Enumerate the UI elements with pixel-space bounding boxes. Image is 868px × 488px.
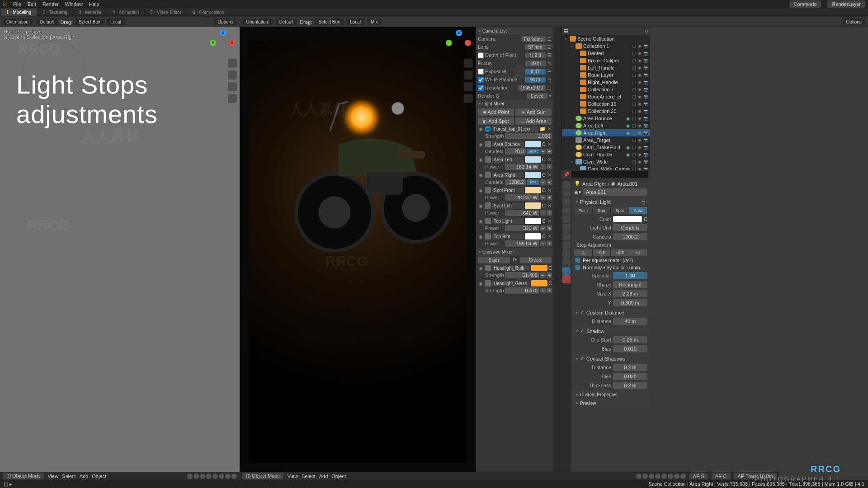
lightunit-val[interactable]: Candela: [613, 224, 647, 231]
minus-btn[interactable]: −: [540, 195, 546, 200]
restrict-select[interactable]: ▢: [631, 94, 637, 99]
outliner-mode-icon[interactable]: ☰: [564, 28, 568, 34]
restrict-select[interactable]: ▢: [631, 51, 637, 56]
restrict-select[interactable]: ▢: [631, 167, 637, 170]
footer-view-2[interactable]: View: [287, 474, 298, 479]
shading-modes-2[interactable]: [636, 474, 686, 479]
outliner-row[interactable]: Dented▢◉📷: [562, 50, 650, 57]
stop-btn[interactable]: +0.5: [611, 249, 629, 256]
restrict-render[interactable]: 📷: [643, 87, 648, 92]
ptab-render[interactable]: [562, 181, 571, 189]
minus-btn[interactable]: −: [540, 241, 546, 246]
light-name[interactable]: Area Left: [492, 157, 524, 163]
restrict-render[interactable]: 📷: [643, 138, 648, 142]
plus-btn[interactable]: +: [547, 195, 552, 200]
cs-dist-val[interactable]: 0.2 m: [613, 364, 647, 371]
viewport-rendered[interactable]: Z: [240, 27, 476, 472]
light-color[interactable]: [525, 233, 541, 239]
move-icon[interactable]: [228, 70, 237, 80]
normcolor-check[interactable]: ✓: [575, 265, 580, 270]
item-name[interactable]: Right_Handle: [588, 80, 630, 85]
bias-val[interactable]: 0.010: [613, 345, 647, 352]
restrict-select[interactable]: ▢: [631, 116, 637, 121]
workspace-tab[interactable]: 5 - Video Editor: [145, 9, 187, 16]
search-input[interactable]: [571, 171, 648, 178]
sec-preview[interactable]: Preview: [572, 399, 649, 407]
light-remove[interactable]: ✕: [547, 188, 552, 193]
cs-check[interactable]: ✓: [580, 356, 584, 361]
restrict-select[interactable]: ▢: [631, 58, 637, 63]
menu-file[interactable]: File: [13, 1, 21, 7]
workspace-tab[interactable]: 1 - Modeling: [1, 9, 37, 16]
orientation-dropdown[interactable]: Default: [36, 19, 58, 25]
restrict-viewport[interactable]: ◉: [637, 123, 642, 128]
mix-dropdown[interactable]: Mix: [367, 19, 382, 25]
restrict-viewport[interactable]: ◉: [637, 131, 642, 135]
light-prop-val[interactable]: 640 W: [505, 210, 539, 216]
menu-help[interactable]: Help: [89, 1, 99, 7]
outliner-row[interactable]: Area Right◆▢◉📷: [562, 129, 650, 136]
light-unit[interactable]: /m²: [527, 179, 539, 185]
res-check[interactable]: [478, 85, 484, 91]
light-remove[interactable]: ✕: [547, 234, 552, 239]
minus-btn[interactable]: −: [540, 164, 546, 169]
restrict-select[interactable]: ▢: [631, 87, 637, 92]
restrict-select[interactable]: ▢: [631, 73, 637, 77]
outliner-row[interactable]: Break_Caliper▢◉📷: [562, 57, 650, 64]
item-name[interactable]: Left_Handle: [588, 65, 630, 70]
outliner-row[interactable]: Collection 16▢◉📷: [562, 100, 650, 108]
distance-val[interactable]: 40 m: [613, 318, 647, 325]
item-name[interactable]: Area Bounce: [583, 116, 625, 121]
env-eye[interactable]: ◉: [477, 127, 484, 131]
restrict-select[interactable]: ▢: [631, 138, 637, 142]
env-name[interactable]: Forest_top_01.exr: [492, 126, 538, 132]
light-color[interactable]: [525, 202, 541, 209]
exposure-val[interactable]: 9.47: [525, 69, 546, 75]
hbulb-color[interactable]: [531, 265, 547, 271]
plus-btn[interactable]: +: [547, 179, 552, 185]
list-icon[interactable]: ☰: [547, 36, 552, 42]
restrict-viewport[interactable]: ◉: [637, 109, 642, 113]
item-name[interactable]: Collection 1: [583, 43, 630, 49]
item-name[interactable]: Area_Target: [583, 137, 630, 143]
nav-gizmo-2[interactable]: Z: [446, 30, 471, 55]
item-name[interactable]: Cam_BrakeFluid: [583, 145, 625, 150]
drag-dropdown[interactable]: Select Box: [75, 19, 104, 25]
move-icon-2[interactable]: [464, 70, 473, 80]
restrict-select[interactable]: ▢: [631, 80, 637, 84]
outliner-row[interactable]: ▾Cam_Wide▢◉📷: [562, 158, 650, 165]
sec-custom-props[interactable]: Custom Properties: [572, 391, 649, 399]
restrict-select[interactable]: ▢: [631, 123, 637, 128]
restrict-select[interactable]: ▢: [631, 145, 637, 150]
sizey-val[interactable]: 0.309 m: [613, 299, 647, 306]
menu-window[interactable]: Window: [65, 1, 83, 7]
restrict-render[interactable]: 📷: [643, 94, 648, 99]
workspace-tab[interactable]: 2 - Texturing: [37, 9, 73, 16]
af-c[interactable]: AF-C: [712, 473, 731, 479]
c-btn[interactable]: C: [542, 234, 546, 239]
cs-thick-val[interactable]: 0.2 m: [613, 382, 647, 389]
workspace-tab[interactable]: 3 - Material: [73, 9, 107, 16]
restrict-render[interactable]: 📷: [643, 102, 648, 106]
light-remove[interactable]: ✕: [547, 203, 552, 209]
color-swatch[interactable]: [613, 216, 642, 222]
restrict-select[interactable]: ▢: [631, 109, 637, 113]
ptab-constraint[interactable]: [562, 258, 571, 266]
restrict-render[interactable]: 📷: [643, 160, 648, 164]
sec-shadow[interactable]: ✓Shadow: [572, 327, 649, 335]
restrict-viewport[interactable]: ◉: [637, 58, 642, 63]
plus-btn[interactable]: +: [547, 164, 552, 169]
item-name[interactable]: Roue Layer: [588, 72, 630, 78]
dof-check[interactable]: [478, 52, 484, 58]
restrict-viewport[interactable]: ◉: [637, 145, 642, 150]
restrict-render[interactable]: 📷: [643, 44, 648, 48]
outliner-row[interactable]: ▸Collection 1▢◉📷: [562, 42, 650, 50]
minus-btn[interactable]: −: [540, 225, 546, 231]
light-remove[interactable]: ✕: [547, 218, 552, 224]
outliner-row[interactable]: Right_Handle▢◉📷: [562, 79, 650, 86]
restrict-render[interactable]: 📷: [643, 116, 648, 121]
restrict-viewport[interactable]: ◉: [637, 94, 642, 99]
restrict-render[interactable]: 📷: [643, 145, 648, 150]
clipstart-val[interactable]: 0.05 m: [613, 336, 647, 343]
shadow-check[interactable]: ✓: [580, 328, 584, 334]
